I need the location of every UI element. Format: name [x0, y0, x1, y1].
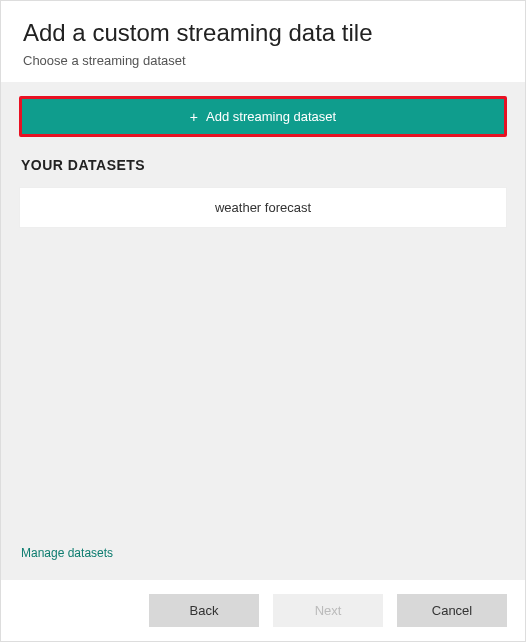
manage-datasets-link[interactable]: Manage datasets — [21, 546, 507, 560]
dialog-header: Add a custom streaming data tile Choose … — [1, 1, 525, 82]
main-panel: + Add streaming dataset YOUR DATASETS we… — [1, 82, 525, 580]
spacer — [19, 228, 507, 546]
dialog-subtitle: Choose a streaming dataset — [23, 53, 503, 68]
next-button: Next — [273, 594, 383, 627]
back-button[interactable]: Back — [149, 594, 259, 627]
add-streaming-dataset-button[interactable]: + Add streaming dataset — [22, 99, 504, 134]
dialog-footer: Back Next Cancel — [1, 580, 525, 641]
add-dataset-highlight: + Add streaming dataset — [19, 96, 507, 137]
cancel-button[interactable]: Cancel — [397, 594, 507, 627]
dialog-title: Add a custom streaming data tile — [23, 19, 503, 47]
your-datasets-heading: YOUR DATASETS — [21, 157, 507, 173]
dataset-item[interactable]: weather forecast — [19, 187, 507, 228]
add-streaming-dataset-label: Add streaming dataset — [206, 109, 336, 124]
plus-icon: + — [190, 110, 198, 124]
dataset-item-label: weather forecast — [215, 200, 311, 215]
